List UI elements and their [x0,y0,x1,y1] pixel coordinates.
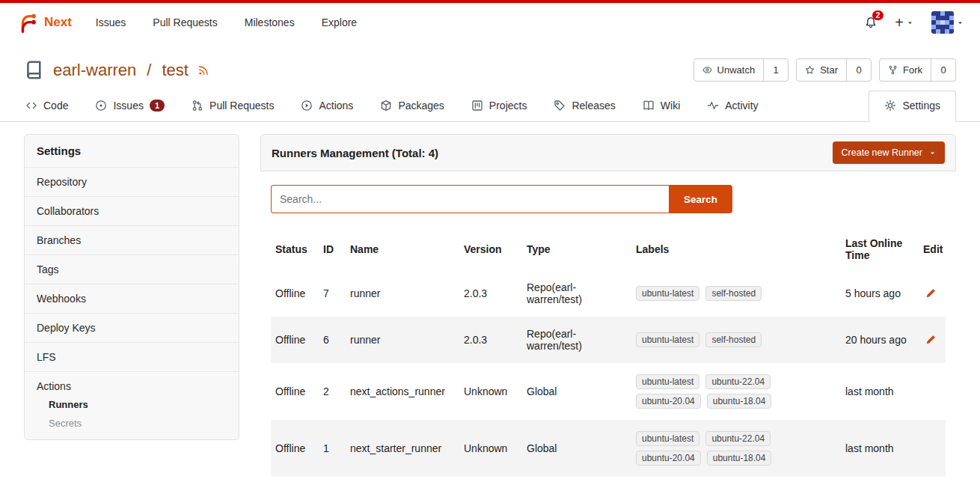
sidebar-item-deploy-keys[interactable]: Deploy Keys [25,313,239,342]
runner-type: Global [527,385,557,397]
last-online-time: 5 hours ago [845,287,901,299]
runner-label: ubuntu-22.04 [705,374,771,389]
sidebar-item-lfs[interactable]: LFS [25,342,239,371]
tab-packages[interactable]: Packages [379,91,445,121]
star-icon [805,65,815,75]
sidebar-item-webhooks[interactable]: Webhooks [25,284,239,313]
runner-version: 2.0.3 [464,334,487,346]
runner-label: ubuntu-latest [636,374,699,389]
sidebar-item-actions[interactable]: Actions [37,380,227,392]
sidebar-item-repository[interactable]: Repository [25,167,239,196]
tab-wiki[interactable]: Wiki [641,91,682,121]
search-input[interactable] [271,185,669,213]
table-row: Offline 6 runner 2.0.3 Repo(earl-warren/… [271,317,946,363]
forgejo-logo-icon [16,11,39,34]
code-icon [25,100,37,112]
runner-version: Unknown [464,442,507,454]
runner-labels: ubuntu-latest self-hosted [636,332,785,347]
col-header-labels: Labels [631,228,841,270]
fork-button[interactable]: Fork [880,59,931,81]
sidebar-item-secrets[interactable]: Secrets [49,418,227,429]
nav-link-issues[interactable]: Issues [96,16,126,28]
runner-id: 2 [323,385,329,397]
user-menu-dropdown[interactable] [931,11,964,34]
pencil-icon [925,334,937,346]
runner-label: ubuntu-20.04 [636,451,701,466]
top-nav-links: Issues Pull Requests Milestones Explore [96,16,357,28]
repo-action-buttons: Unwatch 1 Star 0 Fork 0 [693,58,956,82]
nav-link-pull-requests[interactable]: Pull Requests [153,16,217,28]
rss-icon[interactable] [197,64,209,76]
runner-label: ubuntu-18.04 [707,451,772,466]
sidebar-item-collaborators[interactable]: Collaborators [25,196,239,225]
runners-panel-header: Runners Management (Total: 4) Create new… [260,134,956,171]
col-header-edit: Edit [919,228,946,270]
tab-code[interactable]: Code [24,91,70,121]
table-row: Offline 2 next_actions_runner Unknown Gl… [271,363,946,420]
notifications-button[interactable]: 2 [865,16,877,28]
col-header-name: Name [346,228,459,270]
runner-version: Unknown [464,385,507,397]
tab-pull-requests[interactable]: Pull Requests [190,91,275,121]
runner-version: 2.0.3 [464,287,487,299]
runner-id: 1 [323,442,329,454]
tab-projects[interactable]: Projects [470,91,529,121]
nav-link-explore[interactable]: Explore [322,16,357,28]
runner-type: Repo(earl-warren/test) [527,281,582,305]
sidebar-item-runners[interactable]: Runners [49,399,227,410]
tab-actions[interactable]: Actions [299,91,355,121]
forgejo-logo-home-link[interactable]: Next [16,11,72,34]
create-new-dropdown[interactable]: + [895,15,913,30]
plus-icon: + [895,15,904,30]
runner-label: ubuntu-latest [636,332,699,347]
pull-request-icon [192,100,203,112]
watch-count[interactable]: 1 [764,59,788,81]
edit-runner-button[interactable] [923,332,938,347]
runner-name: next_actions_runner [350,385,445,397]
sidebar-group-actions: Actions Runners Secrets [25,371,239,439]
search-button[interactable]: Search [669,185,732,213]
unwatch-button[interactable]: Unwatch [694,59,765,81]
avatar [931,11,954,34]
runner-id: 6 [323,334,329,346]
table-header-row: Status ID Name Version Type Labels Last … [271,228,946,270]
sidebar-item-branches[interactable]: Branches [25,225,239,254]
tag-icon [554,100,566,112]
runner-status: Offline [275,287,305,299]
repo-name-link[interactable]: test [162,61,188,80]
runner-search-row: Search [271,185,946,213]
tab-activity[interactable]: Activity [705,91,759,121]
col-header-type: Type [522,228,631,270]
tab-settings[interactable]: Settings [869,91,956,122]
issue-icon [95,100,107,112]
notification-count-badge: 2 [872,10,884,20]
runner-label: self-hosted [705,332,762,347]
runner-label: self-hosted [705,286,762,301]
settings-content: Settings Repository Collaborators Branch… [0,122,980,482]
tab-releases[interactable]: Releases [552,91,616,121]
fork-count[interactable]: 0 [931,59,955,81]
runner-name: runner [350,287,380,299]
nav-link-milestones[interactable]: Milestones [245,16,295,28]
runner-labels: ubuntu-latest self-hosted [636,286,785,301]
runner-type: Repo(earl-warren/test) [527,328,582,352]
create-runner-button[interactable]: Create new Runner [833,141,945,164]
runner-labels: ubuntu-latest ubuntu-22.04 ubuntu-20.04 … [636,374,785,409]
pulse-icon [707,100,719,112]
repo-owner-link[interactable]: earl-warren [53,61,136,80]
col-header-status: Status [271,228,319,270]
repo-separator: / [147,61,151,80]
sidebar-item-tags[interactable]: Tags [25,254,239,284]
tab-issues[interactable]: Issues 1 [94,91,166,121]
fork-icon [888,65,898,75]
table-row: Offline 1 next_starter_runner Unknown Gl… [271,420,946,477]
star-count[interactable]: 0 [847,59,871,81]
tab-label: Releases [572,100,615,112]
panel-title: Runners Management (Total: 4) [272,147,438,159]
edit-runner-button[interactable] [923,286,938,301]
tab-label: Wiki [661,100,680,112]
runner-status: Offline [275,442,305,454]
eye-icon [702,65,712,75]
star-button[interactable]: Star [797,59,847,81]
pencil-icon [925,287,937,299]
